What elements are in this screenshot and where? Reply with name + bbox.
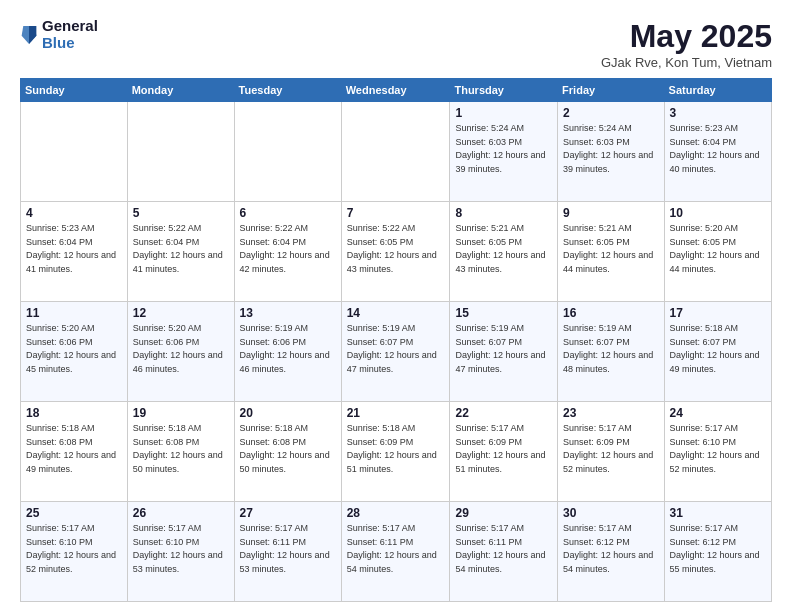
day-info: Sunrise: 5:20 AMSunset: 6:05 PMDaylight:… [670, 223, 760, 274]
calendar-cell: 11Sunrise: 5:20 AMSunset: 6:06 PMDayligh… [21, 302, 128, 402]
day-number: 18 [26, 406, 122, 420]
calendar-cell: 29Sunrise: 5:17 AMSunset: 6:11 PMDayligh… [450, 502, 558, 602]
calendar-week-row: 18Sunrise: 5:18 AMSunset: 6:08 PMDayligh… [21, 402, 772, 502]
calendar-cell [234, 102, 341, 202]
calendar-cell: 1Sunrise: 5:24 AMSunset: 6:03 PMDaylight… [450, 102, 558, 202]
day-info: Sunrise: 5:17 AMSunset: 6:10 PMDaylight:… [670, 423, 760, 474]
calendar-cell: 18Sunrise: 5:18 AMSunset: 6:08 PMDayligh… [21, 402, 128, 502]
day-number: 16 [563, 306, 658, 320]
weekday-header: Tuesday [234, 79, 341, 102]
weekday-header: Friday [558, 79, 664, 102]
calendar-cell: 13Sunrise: 5:19 AMSunset: 6:06 PMDayligh… [234, 302, 341, 402]
calendar-cell: 19Sunrise: 5:18 AMSunset: 6:08 PMDayligh… [127, 402, 234, 502]
day-info: Sunrise: 5:21 AMSunset: 6:05 PMDaylight:… [563, 223, 653, 274]
calendar-cell: 21Sunrise: 5:18 AMSunset: 6:09 PMDayligh… [341, 402, 450, 502]
day-info: Sunrise: 5:19 AMSunset: 6:07 PMDaylight:… [347, 323, 437, 374]
weekday-header-row: SundayMondayTuesdayWednesdayThursdayFrid… [21, 79, 772, 102]
calendar-cell [21, 102, 128, 202]
calendar-cell [127, 102, 234, 202]
day-number: 10 [670, 206, 766, 220]
day-info: Sunrise: 5:22 AMSunset: 6:04 PMDaylight:… [240, 223, 330, 274]
title-location: GJak Rve, Kon Tum, Vietnam [601, 55, 772, 70]
day-number: 11 [26, 306, 122, 320]
day-info: Sunrise: 5:24 AMSunset: 6:03 PMDaylight:… [563, 123, 653, 174]
day-number: 26 [133, 506, 229, 520]
day-number: 9 [563, 206, 658, 220]
calendar-cell: 6Sunrise: 5:22 AMSunset: 6:04 PMDaylight… [234, 202, 341, 302]
logo-general: General [42, 18, 98, 35]
logo-icon [20, 24, 38, 46]
day-info: Sunrise: 5:22 AMSunset: 6:04 PMDaylight:… [133, 223, 223, 274]
day-info: Sunrise: 5:18 AMSunset: 6:08 PMDaylight:… [240, 423, 330, 474]
day-info: Sunrise: 5:18 AMSunset: 6:08 PMDaylight:… [26, 423, 116, 474]
calendar-cell: 24Sunrise: 5:17 AMSunset: 6:10 PMDayligh… [664, 402, 771, 502]
day-info: Sunrise: 5:17 AMSunset: 6:11 PMDaylight:… [455, 523, 545, 574]
weekday-header: Saturday [664, 79, 771, 102]
day-number: 14 [347, 306, 445, 320]
calendar-cell: 31Sunrise: 5:17 AMSunset: 6:12 PMDayligh… [664, 502, 771, 602]
calendar-cell: 22Sunrise: 5:17 AMSunset: 6:09 PMDayligh… [450, 402, 558, 502]
day-number: 8 [455, 206, 552, 220]
day-number: 2 [563, 106, 658, 120]
day-number: 20 [240, 406, 336, 420]
day-number: 30 [563, 506, 658, 520]
day-info: Sunrise: 5:18 AMSunset: 6:08 PMDaylight:… [133, 423, 223, 474]
calendar-cell: 20Sunrise: 5:18 AMSunset: 6:08 PMDayligh… [234, 402, 341, 502]
day-info: Sunrise: 5:17 AMSunset: 6:12 PMDaylight:… [563, 523, 653, 574]
day-number: 3 [670, 106, 766, 120]
day-info: Sunrise: 5:19 AMSunset: 6:06 PMDaylight:… [240, 323, 330, 374]
day-number: 31 [670, 506, 766, 520]
weekday-header: Sunday [21, 79, 128, 102]
calendar-cell: 23Sunrise: 5:17 AMSunset: 6:09 PMDayligh… [558, 402, 664, 502]
calendar-cell: 17Sunrise: 5:18 AMSunset: 6:07 PMDayligh… [664, 302, 771, 402]
day-number: 15 [455, 306, 552, 320]
calendar-cell: 30Sunrise: 5:17 AMSunset: 6:12 PMDayligh… [558, 502, 664, 602]
calendar-week-row: 25Sunrise: 5:17 AMSunset: 6:10 PMDayligh… [21, 502, 772, 602]
day-number: 23 [563, 406, 658, 420]
calendar-cell: 8Sunrise: 5:21 AMSunset: 6:05 PMDaylight… [450, 202, 558, 302]
calendar-week-row: 4Sunrise: 5:23 AMSunset: 6:04 PMDaylight… [21, 202, 772, 302]
calendar-cell: 7Sunrise: 5:22 AMSunset: 6:05 PMDaylight… [341, 202, 450, 302]
calendar-cell: 16Sunrise: 5:19 AMSunset: 6:07 PMDayligh… [558, 302, 664, 402]
calendar-cell: 28Sunrise: 5:17 AMSunset: 6:11 PMDayligh… [341, 502, 450, 602]
calendar-table: SundayMondayTuesdayWednesdayThursdayFrid… [20, 78, 772, 602]
day-number: 13 [240, 306, 336, 320]
day-info: Sunrise: 5:22 AMSunset: 6:05 PMDaylight:… [347, 223, 437, 274]
calendar-cell: 14Sunrise: 5:19 AMSunset: 6:07 PMDayligh… [341, 302, 450, 402]
day-info: Sunrise: 5:20 AMSunset: 6:06 PMDaylight:… [26, 323, 116, 374]
day-number: 22 [455, 406, 552, 420]
day-info: Sunrise: 5:17 AMSunset: 6:10 PMDaylight:… [26, 523, 116, 574]
day-number: 12 [133, 306, 229, 320]
day-number: 28 [347, 506, 445, 520]
day-number: 17 [670, 306, 766, 320]
day-number: 1 [455, 106, 552, 120]
calendar-week-row: 11Sunrise: 5:20 AMSunset: 6:06 PMDayligh… [21, 302, 772, 402]
calendar-cell: 3Sunrise: 5:23 AMSunset: 6:04 PMDaylight… [664, 102, 771, 202]
calendar-cell: 12Sunrise: 5:20 AMSunset: 6:06 PMDayligh… [127, 302, 234, 402]
day-info: Sunrise: 5:19 AMSunset: 6:07 PMDaylight:… [455, 323, 545, 374]
day-number: 4 [26, 206, 122, 220]
calendar-cell: 2Sunrise: 5:24 AMSunset: 6:03 PMDaylight… [558, 102, 664, 202]
day-info: Sunrise: 5:17 AMSunset: 6:12 PMDaylight:… [670, 523, 760, 574]
day-number: 5 [133, 206, 229, 220]
day-number: 25 [26, 506, 122, 520]
day-info: Sunrise: 5:20 AMSunset: 6:06 PMDaylight:… [133, 323, 223, 374]
day-info: Sunrise: 5:17 AMSunset: 6:11 PMDaylight:… [347, 523, 437, 574]
logo: General Blue [20, 18, 98, 51]
calendar-cell: 9Sunrise: 5:21 AMSunset: 6:05 PMDaylight… [558, 202, 664, 302]
day-info: Sunrise: 5:21 AMSunset: 6:05 PMDaylight:… [455, 223, 545, 274]
calendar-week-row: 1Sunrise: 5:24 AMSunset: 6:03 PMDaylight… [21, 102, 772, 202]
calendar-page: General Blue May 2025 GJak Rve, Kon Tum,… [0, 0, 792, 612]
calendar-cell: 15Sunrise: 5:19 AMSunset: 6:07 PMDayligh… [450, 302, 558, 402]
calendar-cell: 27Sunrise: 5:17 AMSunset: 6:11 PMDayligh… [234, 502, 341, 602]
day-number: 21 [347, 406, 445, 420]
day-info: Sunrise: 5:23 AMSunset: 6:04 PMDaylight:… [26, 223, 116, 274]
day-info: Sunrise: 5:17 AMSunset: 6:09 PMDaylight:… [455, 423, 545, 474]
calendar-cell [341, 102, 450, 202]
day-number: 19 [133, 406, 229, 420]
day-info: Sunrise: 5:17 AMSunset: 6:11 PMDaylight:… [240, 523, 330, 574]
svg-marker-1 [29, 26, 36, 44]
calendar-cell: 25Sunrise: 5:17 AMSunset: 6:10 PMDayligh… [21, 502, 128, 602]
day-info: Sunrise: 5:23 AMSunset: 6:04 PMDaylight:… [670, 123, 760, 174]
logo-blue: Blue [42, 35, 98, 52]
